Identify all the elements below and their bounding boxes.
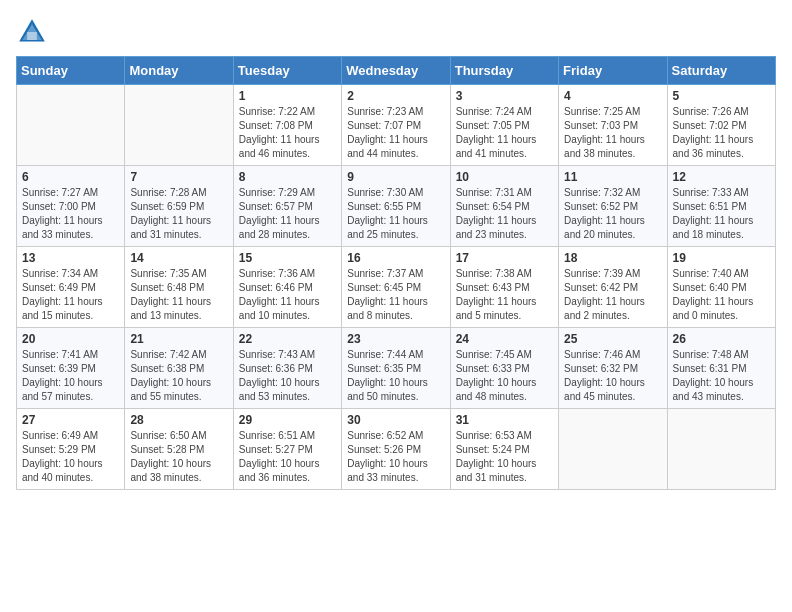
- calendar-table: SundayMondayTuesdayWednesdayThursdayFrid…: [16, 56, 776, 490]
- calendar-day-5: 5Sunrise: 7:26 AM Sunset: 7:02 PM Daylig…: [667, 85, 775, 166]
- calendar-day-3: 3Sunrise: 7:24 AM Sunset: 7:05 PM Daylig…: [450, 85, 558, 166]
- empty-cell: [125, 85, 233, 166]
- day-number: 13: [22, 251, 119, 265]
- day-number: 6: [22, 170, 119, 184]
- calendar-week-5: 27Sunrise: 6:49 AM Sunset: 5:29 PM Dayli…: [17, 409, 776, 490]
- header-sunday: Sunday: [17, 57, 125, 85]
- day-number: 28: [130, 413, 227, 427]
- day-number: 14: [130, 251, 227, 265]
- calendar-day-24: 24Sunrise: 7:45 AM Sunset: 6:33 PM Dayli…: [450, 328, 558, 409]
- day-number: 18: [564, 251, 661, 265]
- calendar-header-row: SundayMondayTuesdayWednesdayThursdayFrid…: [17, 57, 776, 85]
- day-number: 31: [456, 413, 553, 427]
- empty-cell: [667, 409, 775, 490]
- day-number: 5: [673, 89, 770, 103]
- calendar-day-9: 9Sunrise: 7:30 AM Sunset: 6:55 PM Daylig…: [342, 166, 450, 247]
- day-info: Sunrise: 7:27 AM Sunset: 7:00 PM Dayligh…: [22, 186, 119, 242]
- day-number: 19: [673, 251, 770, 265]
- day-info: Sunrise: 7:24 AM Sunset: 7:05 PM Dayligh…: [456, 105, 553, 161]
- day-info: Sunrise: 6:50 AM Sunset: 5:28 PM Dayligh…: [130, 429, 227, 485]
- day-info: Sunrise: 7:44 AM Sunset: 6:35 PM Dayligh…: [347, 348, 444, 404]
- calendar-day-28: 28Sunrise: 6:50 AM Sunset: 5:28 PM Dayli…: [125, 409, 233, 490]
- empty-cell: [559, 409, 667, 490]
- day-info: Sunrise: 7:23 AM Sunset: 7:07 PM Dayligh…: [347, 105, 444, 161]
- logo: [16, 16, 52, 48]
- header-wednesday: Wednesday: [342, 57, 450, 85]
- day-number: 1: [239, 89, 336, 103]
- day-number: 9: [347, 170, 444, 184]
- day-number: 17: [456, 251, 553, 265]
- header-tuesday: Tuesday: [233, 57, 341, 85]
- day-number: 7: [130, 170, 227, 184]
- calendar-day-21: 21Sunrise: 7:42 AM Sunset: 6:38 PM Dayli…: [125, 328, 233, 409]
- calendar-week-1: 1Sunrise: 7:22 AM Sunset: 7:08 PM Daylig…: [17, 85, 776, 166]
- header-saturday: Saturday: [667, 57, 775, 85]
- day-info: Sunrise: 7:48 AM Sunset: 6:31 PM Dayligh…: [673, 348, 770, 404]
- day-number: 8: [239, 170, 336, 184]
- calendar-day-14: 14Sunrise: 7:35 AM Sunset: 6:48 PM Dayli…: [125, 247, 233, 328]
- day-number: 12: [673, 170, 770, 184]
- day-info: Sunrise: 7:46 AM Sunset: 6:32 PM Dayligh…: [564, 348, 661, 404]
- calendar-day-30: 30Sunrise: 6:52 AM Sunset: 5:26 PM Dayli…: [342, 409, 450, 490]
- day-number: 11: [564, 170, 661, 184]
- calendar-day-26: 26Sunrise: 7:48 AM Sunset: 6:31 PM Dayli…: [667, 328, 775, 409]
- header-thursday: Thursday: [450, 57, 558, 85]
- calendar-day-1: 1Sunrise: 7:22 AM Sunset: 7:08 PM Daylig…: [233, 85, 341, 166]
- day-info: Sunrise: 7:35 AM Sunset: 6:48 PM Dayligh…: [130, 267, 227, 323]
- day-info: Sunrise: 7:22 AM Sunset: 7:08 PM Dayligh…: [239, 105, 336, 161]
- calendar-day-7: 7Sunrise: 7:28 AM Sunset: 6:59 PM Daylig…: [125, 166, 233, 247]
- day-info: Sunrise: 7:31 AM Sunset: 6:54 PM Dayligh…: [456, 186, 553, 242]
- calendar-day-10: 10Sunrise: 7:31 AM Sunset: 6:54 PM Dayli…: [450, 166, 558, 247]
- day-info: Sunrise: 7:30 AM Sunset: 6:55 PM Dayligh…: [347, 186, 444, 242]
- calendar-day-15: 15Sunrise: 7:36 AM Sunset: 6:46 PM Dayli…: [233, 247, 341, 328]
- day-number: 16: [347, 251, 444, 265]
- day-info: Sunrise: 7:41 AM Sunset: 6:39 PM Dayligh…: [22, 348, 119, 404]
- calendar-day-23: 23Sunrise: 7:44 AM Sunset: 6:35 PM Dayli…: [342, 328, 450, 409]
- day-number: 21: [130, 332, 227, 346]
- day-info: Sunrise: 7:40 AM Sunset: 6:40 PM Dayligh…: [673, 267, 770, 323]
- day-number: 30: [347, 413, 444, 427]
- calendar-day-4: 4Sunrise: 7:25 AM Sunset: 7:03 PM Daylig…: [559, 85, 667, 166]
- day-info: Sunrise: 7:34 AM Sunset: 6:49 PM Dayligh…: [22, 267, 119, 323]
- day-info: Sunrise: 7:26 AM Sunset: 7:02 PM Dayligh…: [673, 105, 770, 161]
- day-info: Sunrise: 6:52 AM Sunset: 5:26 PM Dayligh…: [347, 429, 444, 485]
- day-number: 4: [564, 89, 661, 103]
- day-number: 23: [347, 332, 444, 346]
- calendar-day-16: 16Sunrise: 7:37 AM Sunset: 6:45 PM Dayli…: [342, 247, 450, 328]
- calendar-day-8: 8Sunrise: 7:29 AM Sunset: 6:57 PM Daylig…: [233, 166, 341, 247]
- day-info: Sunrise: 6:51 AM Sunset: 5:27 PM Dayligh…: [239, 429, 336, 485]
- day-number: 10: [456, 170, 553, 184]
- header-monday: Monday: [125, 57, 233, 85]
- calendar-week-3: 13Sunrise: 7:34 AM Sunset: 6:49 PM Dayli…: [17, 247, 776, 328]
- day-info: Sunrise: 7:43 AM Sunset: 6:36 PM Dayligh…: [239, 348, 336, 404]
- calendar-day-20: 20Sunrise: 7:41 AM Sunset: 6:39 PM Dayli…: [17, 328, 125, 409]
- calendar-day-17: 17Sunrise: 7:38 AM Sunset: 6:43 PM Dayli…: [450, 247, 558, 328]
- page-header: [16, 16, 776, 48]
- day-info: Sunrise: 7:45 AM Sunset: 6:33 PM Dayligh…: [456, 348, 553, 404]
- day-info: Sunrise: 7:39 AM Sunset: 6:42 PM Dayligh…: [564, 267, 661, 323]
- day-number: 27: [22, 413, 119, 427]
- day-info: Sunrise: 6:49 AM Sunset: 5:29 PM Dayligh…: [22, 429, 119, 485]
- day-number: 29: [239, 413, 336, 427]
- day-info: Sunrise: 7:36 AM Sunset: 6:46 PM Dayligh…: [239, 267, 336, 323]
- day-number: 26: [673, 332, 770, 346]
- calendar-day-19: 19Sunrise: 7:40 AM Sunset: 6:40 PM Dayli…: [667, 247, 775, 328]
- day-info: Sunrise: 7:33 AM Sunset: 6:51 PM Dayligh…: [673, 186, 770, 242]
- empty-cell: [17, 85, 125, 166]
- calendar-day-13: 13Sunrise: 7:34 AM Sunset: 6:49 PM Dayli…: [17, 247, 125, 328]
- day-info: Sunrise: 6:53 AM Sunset: 5:24 PM Dayligh…: [456, 429, 553, 485]
- calendar-day-22: 22Sunrise: 7:43 AM Sunset: 6:36 PM Dayli…: [233, 328, 341, 409]
- header-friday: Friday: [559, 57, 667, 85]
- day-number: 3: [456, 89, 553, 103]
- day-number: 22: [239, 332, 336, 346]
- day-number: 25: [564, 332, 661, 346]
- day-number: 15: [239, 251, 336, 265]
- calendar-day-2: 2Sunrise: 7:23 AM Sunset: 7:07 PM Daylig…: [342, 85, 450, 166]
- calendar-day-27: 27Sunrise: 6:49 AM Sunset: 5:29 PM Dayli…: [17, 409, 125, 490]
- calendar-week-4: 20Sunrise: 7:41 AM Sunset: 6:39 PM Dayli…: [17, 328, 776, 409]
- calendar-day-31: 31Sunrise: 6:53 AM Sunset: 5:24 PM Dayli…: [450, 409, 558, 490]
- day-info: Sunrise: 7:42 AM Sunset: 6:38 PM Dayligh…: [130, 348, 227, 404]
- day-info: Sunrise: 7:37 AM Sunset: 6:45 PM Dayligh…: [347, 267, 444, 323]
- day-info: Sunrise: 7:28 AM Sunset: 6:59 PM Dayligh…: [130, 186, 227, 242]
- calendar-day-18: 18Sunrise: 7:39 AM Sunset: 6:42 PM Dayli…: [559, 247, 667, 328]
